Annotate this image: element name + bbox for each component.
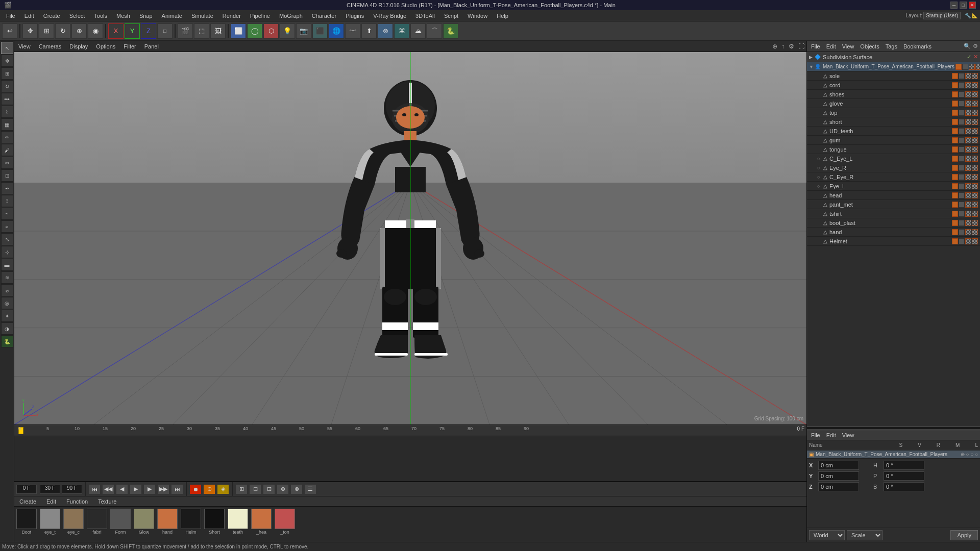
dot-boot-2[interactable]	[959, 220, 965, 226]
tl-key-sel[interactable]: ◈	[217, 484, 229, 494]
dot-glove-3[interactable]	[965, 101, 971, 107]
dot-gum-1[interactable]	[952, 137, 958, 143]
dot-pant-2[interactable]	[959, 202, 965, 208]
dot-top-1[interactable]	[952, 110, 958, 116]
hier-c-eye-r[interactable]: ○ △ C_Eye_R	[807, 172, 980, 182]
dot-shoes-1[interactable]	[952, 91, 958, 97]
hier-cord[interactable]: △ cord	[807, 81, 980, 90]
hier-pant-met[interactable]: △ pant_met	[807, 200, 980, 209]
dot-c-eye-r-2[interactable]	[959, 174, 965, 180]
terrain-btn[interactable]: ⛰	[410, 23, 426, 39]
rpb-file[interactable]: File	[809, 432, 822, 438]
select-tool[interactable]: ⊕	[71, 23, 87, 39]
tool-paint[interactable]: 🖌	[1, 144, 13, 156]
menu-mesh[interactable]: Mesh	[112, 12, 134, 20]
dot-pant-4[interactable]	[972, 202, 978, 208]
dot-boot-4[interactable]	[972, 220, 978, 226]
rp-search-icon[interactable]: 🔍	[964, 43, 971, 49]
tl-record[interactable]: ⏺	[189, 484, 202, 494]
menu-edit[interactable]: Edit	[20, 12, 38, 20]
tool-edges[interactable]: ⌇	[1, 106, 13, 118]
dot-c-eye-l-3[interactable]	[965, 156, 971, 162]
tool-stitch[interactable]: ⁕	[1, 310, 13, 322]
dot-head-1[interactable]	[952, 192, 958, 198]
cube-btn[interactable]: ⬜	[231, 23, 246, 39]
hier-hand[interactable]: △ hand	[807, 228, 980, 237]
tl-mode6[interactable]: ☰	[304, 484, 316, 494]
tool-fill[interactable]: ◑	[1, 322, 13, 335]
dot-glove-2[interactable]	[959, 101, 965, 107]
vp-menu-filter[interactable]: Filter	[121, 43, 138, 49]
rpb-view[interactable]: View	[840, 432, 856, 438]
vp-icon-settings[interactable]: ⚙	[789, 43, 794, 50]
dot-helmet-1[interactable]	[952, 238, 958, 244]
mat-create[interactable]: Create	[16, 498, 39, 505]
mat-short[interactable]: Short	[204, 509, 225, 535]
dot-boot-1[interactable]	[952, 220, 958, 226]
dot-tongue-3[interactable]	[965, 146, 971, 153]
mat-boot[interactable]: Boot	[16, 509, 37, 535]
hier-c-eye-l[interactable]: ○ △ C_Eye_L	[807, 154, 980, 163]
hier-sole[interactable]: △ sole	[807, 71, 980, 81]
tl-mode1[interactable]: ⊞	[235, 484, 248, 494]
dot-hand-1[interactable]	[952, 229, 958, 235]
coord-system-select[interactable]: World Object Camera	[809, 530, 845, 540]
move-tool[interactable]: ✥	[22, 23, 38, 39]
rp-bookmarks[interactable]: Bookmarks	[901, 43, 934, 49]
menu-3dtoall[interactable]: 3DToAll	[411, 12, 439, 20]
dot-main-1[interactable]	[955, 64, 962, 70]
undo-button[interactable]: ↩	[2, 23, 17, 39]
tl-next-1[interactable]: ▶	[143, 484, 156, 494]
mat-form[interactable]: Form	[110, 509, 131, 535]
tool-grab[interactable]: ⊹	[1, 246, 13, 258]
layout-icon2[interactable]: 📐	[972, 13, 978, 18]
tool-wrinkle[interactable]: ≈	[1, 220, 13, 233]
tool-brush[interactable]: ✏	[1, 131, 13, 143]
hier-boot-plast[interactable]: △ boot_plast	[807, 218, 980, 228]
mat-hand[interactable]: hand	[157, 509, 178, 535]
dot-short-1[interactable]	[952, 119, 958, 125]
vp-menu-panel[interactable]: Panel	[142, 43, 161, 49]
hier-main-object[interactable]: ▼ 👤 Man_Black_Uniform_T_Pose_American_Fo…	[807, 62, 980, 71]
dot-head-4[interactable]	[972, 192, 978, 198]
bend-btn[interactable]: ⌒	[427, 23, 442, 39]
dot-c-eye-r-4[interactable]	[972, 174, 978, 180]
dot-top-4[interactable]	[972, 110, 978, 116]
tl-prev-frame[interactable]: ◀◀	[102, 484, 114, 494]
dot-eye-r-1[interactable]	[952, 165, 958, 171]
rpb-selected-item[interactable]: ▣ Man_Black_Uniform_T_Pose_American_Foot…	[807, 450, 980, 459]
dot-tshirt-1[interactable]	[952, 211, 958, 217]
rotate-tool[interactable]: ↻	[55, 23, 70, 39]
hier-gum[interactable]: △ gum	[807, 136, 980, 145]
hier-shoes[interactable]: △ shoes	[807, 90, 980, 99]
menu-tools[interactable]: Tools	[90, 12, 111, 20]
rp-objects[interactable]: Objects	[858, 43, 881, 49]
dot-gum-2[interactable]	[959, 137, 965, 143]
dot-ud-4[interactable]	[972, 128, 978, 134]
dot-short-2[interactable]	[959, 119, 965, 125]
tl-prev-1[interactable]: ◀	[116, 484, 128, 494]
dot-tongue-4[interactable]	[972, 146, 978, 153]
b-field[interactable]: 0 °	[884, 482, 924, 491]
end-frame-input[interactable]: 90 F	[62, 485, 82, 494]
menu-character[interactable]: Character	[308, 12, 340, 20]
dot-sole-3[interactable]	[965, 73, 971, 79]
dot-eye-l-1[interactable]	[952, 183, 958, 189]
light-btn[interactable]: 💡	[280, 23, 295, 39]
dot-pant-1[interactable]	[952, 202, 958, 208]
apply-button[interactable]: Apply	[950, 530, 978, 540]
cylinder-btn[interactable]: ⬡	[263, 23, 279, 39]
menu-create[interactable]: Create	[39, 12, 64, 20]
tool-rotate[interactable]: ↻	[1, 80, 13, 92]
x-btn[interactable]: X	[108, 23, 124, 39]
dot-main-4[interactable]	[975, 64, 980, 70]
close-button[interactable]: ✕	[969, 2, 976, 9]
mat-edit[interactable]: Edit	[43, 498, 59, 505]
hier-eye-r[interactable]: ○ △ Eye_R	[807, 163, 980, 172]
hier-tshirt[interactable]: △ tshirt	[807, 209, 980, 218]
dot-pant-3[interactable]	[965, 202, 971, 208]
dot-top-3[interactable]	[965, 110, 971, 116]
y-btn[interactable]: Y	[125, 23, 140, 39]
dot-main-3[interactable]	[969, 64, 975, 70]
menu-vray[interactable]: V-Ray Bridge	[369, 12, 410, 20]
